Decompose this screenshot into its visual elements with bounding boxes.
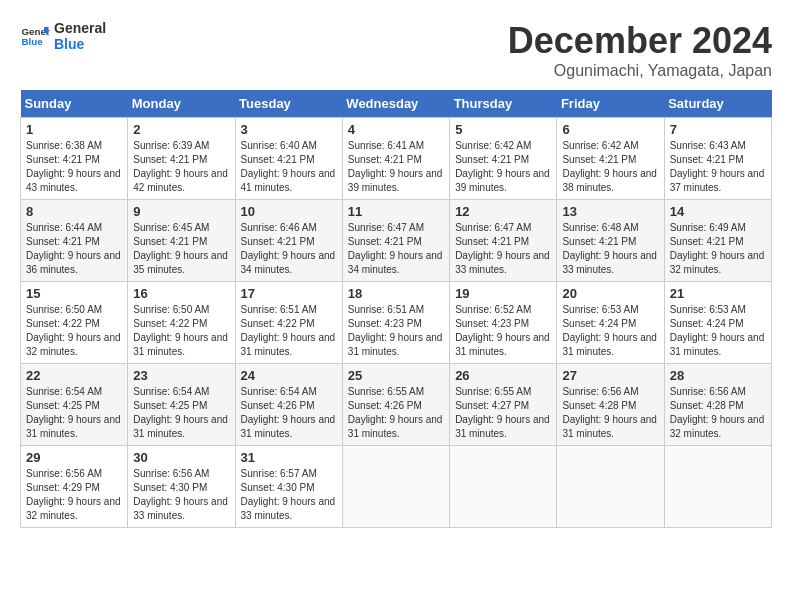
day-number: 4: [348, 122, 444, 137]
day-info: Sunrise: 6:54 AMSunset: 4:25 PMDaylight:…: [133, 385, 229, 441]
day-info: Sunrise: 6:50 AMSunset: 4:22 PMDaylight:…: [26, 303, 122, 359]
calendar-cell: 4Sunrise: 6:41 AMSunset: 4:21 PMDaylight…: [342, 118, 449, 200]
day-info: Sunrise: 6:54 AMSunset: 4:25 PMDaylight:…: [26, 385, 122, 441]
logo-text-blue: Blue: [54, 36, 106, 52]
day-number: 9: [133, 204, 229, 219]
calendar-cell: 5Sunrise: 6:42 AMSunset: 4:21 PMDaylight…: [450, 118, 557, 200]
calendar-cell: 12Sunrise: 6:47 AMSunset: 4:21 PMDayligh…: [450, 200, 557, 282]
day-header-monday: Monday: [128, 90, 235, 118]
calendar-cell: 2Sunrise: 6:39 AMSunset: 4:21 PMDaylight…: [128, 118, 235, 200]
day-info: Sunrise: 6:56 AMSunset: 4:28 PMDaylight:…: [670, 385, 766, 441]
day-info: Sunrise: 6:54 AMSunset: 4:26 PMDaylight:…: [241, 385, 337, 441]
day-number: 6: [562, 122, 658, 137]
day-number: 18: [348, 286, 444, 301]
calendar-cell: 23Sunrise: 6:54 AMSunset: 4:25 PMDayligh…: [128, 364, 235, 446]
calendar-cell: 14Sunrise: 6:49 AMSunset: 4:21 PMDayligh…: [664, 200, 771, 282]
day-number: 15: [26, 286, 122, 301]
day-header-wednesday: Wednesday: [342, 90, 449, 118]
day-number: 11: [348, 204, 444, 219]
calendar-cell: [450, 446, 557, 528]
day-number: 1: [26, 122, 122, 137]
day-info: Sunrise: 6:53 AMSunset: 4:24 PMDaylight:…: [562, 303, 658, 359]
day-info: Sunrise: 6:41 AMSunset: 4:21 PMDaylight:…: [348, 139, 444, 195]
calendar-cell: 13Sunrise: 6:48 AMSunset: 4:21 PMDayligh…: [557, 200, 664, 282]
day-number: 20: [562, 286, 658, 301]
day-info: Sunrise: 6:52 AMSunset: 4:23 PMDaylight:…: [455, 303, 551, 359]
day-header-sunday: Sunday: [21, 90, 128, 118]
location-subtitle: Ogunimachi, Yamagata, Japan: [508, 62, 772, 80]
day-info: Sunrise: 6:39 AMSunset: 4:21 PMDaylight:…: [133, 139, 229, 195]
day-info: Sunrise: 6:55 AMSunset: 4:27 PMDaylight:…: [455, 385, 551, 441]
day-header-thursday: Thursday: [450, 90, 557, 118]
day-number: 30: [133, 450, 229, 465]
calendar-cell: 25Sunrise: 6:55 AMSunset: 4:26 PMDayligh…: [342, 364, 449, 446]
month-title: December 2024: [508, 20, 772, 62]
day-number: 3: [241, 122, 337, 137]
day-number: 21: [670, 286, 766, 301]
day-info: Sunrise: 6:51 AMSunset: 4:23 PMDaylight:…: [348, 303, 444, 359]
calendar-cell: 3Sunrise: 6:40 AMSunset: 4:21 PMDaylight…: [235, 118, 342, 200]
day-number: 24: [241, 368, 337, 383]
page-header: General Blue General Blue December 2024 …: [20, 20, 772, 80]
day-info: Sunrise: 6:56 AMSunset: 4:30 PMDaylight:…: [133, 467, 229, 523]
day-number: 23: [133, 368, 229, 383]
day-info: Sunrise: 6:53 AMSunset: 4:24 PMDaylight:…: [670, 303, 766, 359]
calendar-cell: 29Sunrise: 6:56 AMSunset: 4:29 PMDayligh…: [21, 446, 128, 528]
day-number: 14: [670, 204, 766, 219]
week-row-3: 15Sunrise: 6:50 AMSunset: 4:22 PMDayligh…: [21, 282, 772, 364]
calendar-cell: [664, 446, 771, 528]
week-row-5: 29Sunrise: 6:56 AMSunset: 4:29 PMDayligh…: [21, 446, 772, 528]
day-header-friday: Friday: [557, 90, 664, 118]
day-number: 5: [455, 122, 551, 137]
day-info: Sunrise: 6:48 AMSunset: 4:21 PMDaylight:…: [562, 221, 658, 277]
calendar-cell: 15Sunrise: 6:50 AMSunset: 4:22 PMDayligh…: [21, 282, 128, 364]
day-number: 29: [26, 450, 122, 465]
calendar-body: 1Sunrise: 6:38 AMSunset: 4:21 PMDaylight…: [21, 118, 772, 528]
days-header-row: SundayMondayTuesdayWednesdayThursdayFrid…: [21, 90, 772, 118]
day-number: 12: [455, 204, 551, 219]
day-info: Sunrise: 6:56 AMSunset: 4:29 PMDaylight:…: [26, 467, 122, 523]
calendar-cell: 9Sunrise: 6:45 AMSunset: 4:21 PMDaylight…: [128, 200, 235, 282]
day-info: Sunrise: 6:50 AMSunset: 4:22 PMDaylight:…: [133, 303, 229, 359]
day-info: Sunrise: 6:42 AMSunset: 4:21 PMDaylight:…: [455, 139, 551, 195]
day-number: 13: [562, 204, 658, 219]
calendar-cell: 18Sunrise: 6:51 AMSunset: 4:23 PMDayligh…: [342, 282, 449, 364]
calendar-cell: 7Sunrise: 6:43 AMSunset: 4:21 PMDaylight…: [664, 118, 771, 200]
logo-icon: General Blue: [20, 21, 50, 51]
week-row-4: 22Sunrise: 6:54 AMSunset: 4:25 PMDayligh…: [21, 364, 772, 446]
calendar-cell: 10Sunrise: 6:46 AMSunset: 4:21 PMDayligh…: [235, 200, 342, 282]
day-info: Sunrise: 6:49 AMSunset: 4:21 PMDaylight:…: [670, 221, 766, 277]
calendar-cell: 11Sunrise: 6:47 AMSunset: 4:21 PMDayligh…: [342, 200, 449, 282]
day-info: Sunrise: 6:47 AMSunset: 4:21 PMDaylight:…: [455, 221, 551, 277]
calendar-cell: 26Sunrise: 6:55 AMSunset: 4:27 PMDayligh…: [450, 364, 557, 446]
calendar-cell: 28Sunrise: 6:56 AMSunset: 4:28 PMDayligh…: [664, 364, 771, 446]
day-number: 25: [348, 368, 444, 383]
day-number: 2: [133, 122, 229, 137]
svg-text:Blue: Blue: [22, 36, 44, 47]
calendar-cell: 30Sunrise: 6:56 AMSunset: 4:30 PMDayligh…: [128, 446, 235, 528]
calendar-cell: [557, 446, 664, 528]
day-info: Sunrise: 6:47 AMSunset: 4:21 PMDaylight:…: [348, 221, 444, 277]
day-info: Sunrise: 6:40 AMSunset: 4:21 PMDaylight:…: [241, 139, 337, 195]
calendar-cell: 16Sunrise: 6:50 AMSunset: 4:22 PMDayligh…: [128, 282, 235, 364]
calendar-cell: 24Sunrise: 6:54 AMSunset: 4:26 PMDayligh…: [235, 364, 342, 446]
title-area: December 2024 Ogunimachi, Yamagata, Japa…: [508, 20, 772, 80]
calendar-cell: [342, 446, 449, 528]
day-header-saturday: Saturday: [664, 90, 771, 118]
day-number: 8: [26, 204, 122, 219]
day-info: Sunrise: 6:51 AMSunset: 4:22 PMDaylight:…: [241, 303, 337, 359]
day-number: 26: [455, 368, 551, 383]
calendar-cell: 22Sunrise: 6:54 AMSunset: 4:25 PMDayligh…: [21, 364, 128, 446]
day-info: Sunrise: 6:42 AMSunset: 4:21 PMDaylight:…: [562, 139, 658, 195]
calendar-cell: 21Sunrise: 6:53 AMSunset: 4:24 PMDayligh…: [664, 282, 771, 364]
calendar-cell: 6Sunrise: 6:42 AMSunset: 4:21 PMDaylight…: [557, 118, 664, 200]
day-info: Sunrise: 6:38 AMSunset: 4:21 PMDaylight:…: [26, 139, 122, 195]
day-header-tuesday: Tuesday: [235, 90, 342, 118]
day-number: 7: [670, 122, 766, 137]
day-info: Sunrise: 6:44 AMSunset: 4:21 PMDaylight:…: [26, 221, 122, 277]
week-row-2: 8Sunrise: 6:44 AMSunset: 4:21 PMDaylight…: [21, 200, 772, 282]
calendar-cell: 27Sunrise: 6:56 AMSunset: 4:28 PMDayligh…: [557, 364, 664, 446]
calendar-cell: 17Sunrise: 6:51 AMSunset: 4:22 PMDayligh…: [235, 282, 342, 364]
day-info: Sunrise: 6:45 AMSunset: 4:21 PMDaylight:…: [133, 221, 229, 277]
day-number: 19: [455, 286, 551, 301]
